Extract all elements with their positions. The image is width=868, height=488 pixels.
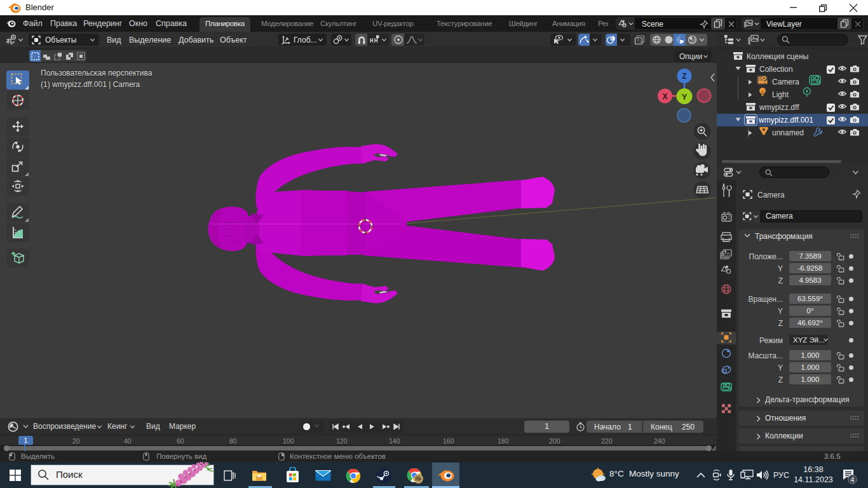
svg-text:X: X: [662, 92, 667, 101]
svg-text:Z: Z: [682, 72, 686, 81]
svg-text:Y: Y: [682, 92, 688, 102]
